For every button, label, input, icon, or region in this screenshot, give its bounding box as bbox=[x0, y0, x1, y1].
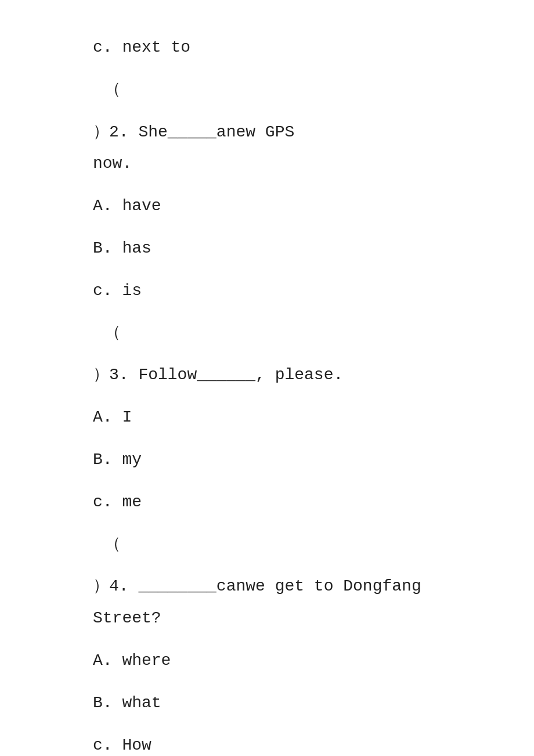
q3-option-a: A. I bbox=[93, 405, 441, 431]
q3-option-c: c. me bbox=[93, 489, 441, 516]
spacer-3 bbox=[93, 183, 441, 193]
spacer-7 bbox=[93, 352, 441, 362]
q3-option-b: B. my bbox=[93, 447, 441, 473]
open-paren-3: （ bbox=[104, 532, 441, 558]
question-4: ）4. ________canwe get to Dongfang bbox=[93, 574, 441, 600]
q4-option-b: B. what bbox=[93, 690, 441, 717]
question-3: ）3. Follow______, please. bbox=[93, 362, 441, 388]
q4-option-a: A. where bbox=[93, 648, 441, 674]
spacer-14 bbox=[93, 680, 441, 690]
spacer-1 bbox=[93, 67, 441, 77]
spacer-11 bbox=[93, 521, 441, 532]
q4-option-c: c. How bbox=[93, 733, 441, 756]
q2-option-c: c. is bbox=[93, 278, 441, 304]
spacer-6 bbox=[93, 310, 441, 321]
open-paren-1: （ bbox=[104, 77, 441, 103]
spacer-4 bbox=[93, 225, 441, 236]
option-c-nexttto: c. next to bbox=[93, 35, 441, 61]
spacer-12 bbox=[93, 563, 441, 574]
spacer-15 bbox=[93, 722, 441, 733]
open-paren-2: （ bbox=[104, 321, 441, 347]
spacer-13 bbox=[93, 638, 441, 648]
spacer-8 bbox=[93, 394, 441, 405]
spacer-10 bbox=[93, 479, 441, 489]
q2-option-b: B. has bbox=[93, 236, 441, 262]
spacer-9 bbox=[93, 437, 441, 447]
q2-option-a: A. have bbox=[93, 193, 441, 219]
spacer-5 bbox=[93, 268, 441, 278]
page-content: c. next to （ ）2. She_____anew GPS now. A… bbox=[93, 35, 441, 756]
question-4-street: Street? bbox=[93, 606, 441, 632]
spacer-2 bbox=[93, 109, 441, 120]
question-2-now: now. bbox=[93, 151, 441, 177]
question-2: ）2. She_____anew GPS bbox=[93, 120, 441, 146]
